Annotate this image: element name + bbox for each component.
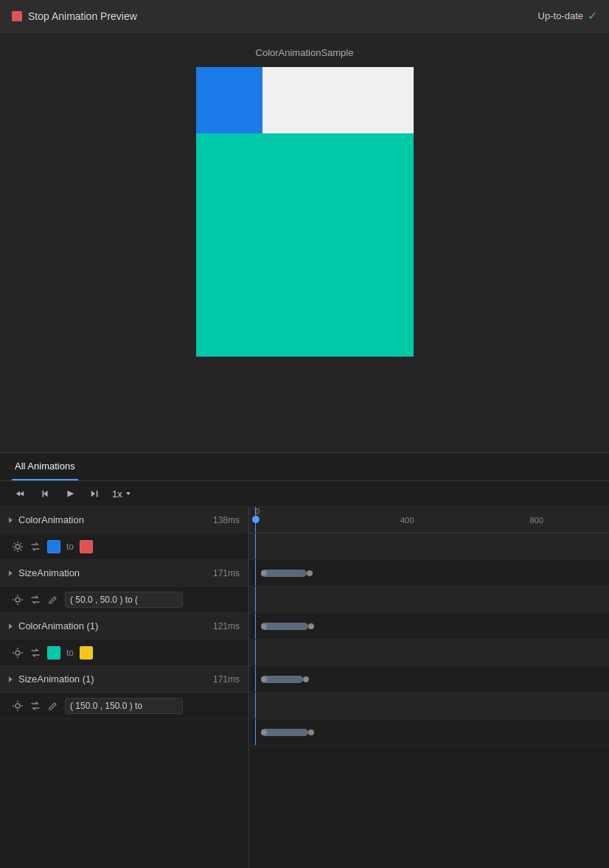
sun-icon-2: [12, 647, 24, 659]
track-color-animation-1: [249, 640, 609, 666]
anim-duration-color-animation: 138ms: [213, 515, 240, 525]
sun-icon-1: [12, 594, 24, 606]
speed-value: 1x: [112, 489, 122, 500]
tabs-row: All Animations: [0, 453, 609, 481]
svg-line-8: [14, 549, 15, 550]
track-playhead-1: [255, 587, 256, 612]
track-playhead-2: [255, 640, 256, 665]
chevron-down-icon: [125, 490, 132, 497]
anim-detail-size-animation-1: [0, 693, 248, 719]
track-detail-size-animation: [249, 613, 609, 640]
repeat-icon: [29, 541, 41, 553]
track-detail-size-animation-1: [249, 719, 609, 746]
rewind-icon: [15, 489, 25, 499]
header-title: Stop Animation Preview: [28, 10, 137, 22]
step-forward-icon: [90, 489, 100, 499]
step-back-button[interactable]: [37, 487, 53, 500]
anim-name-size-animation: SizeAnimation: [18, 567, 213, 578]
timeline-ruler: 0 400 800: [249, 507, 609, 533]
track-playhead-0: [255, 533, 256, 559]
tab-all-animations[interactable]: All Animations: [12, 453, 78, 480]
track-detail-color-animation: [249, 560, 609, 587]
track-dot-left-1: [261, 623, 267, 629]
anim-row-color-animation-1[interactable]: ColorAnimation (1) 121ms: [0, 613, 248, 640]
track-bar-2: [261, 676, 303, 683]
ruler-mark-400: 400: [400, 516, 414, 525]
svg-point-14: [15, 651, 20, 655]
track-dot-right-1: [308, 623, 314, 629]
from-color-swatch-2[interactable]: [47, 646, 60, 659]
track-bar-3: [261, 729, 308, 736]
track-size-animation: [249, 587, 609, 613]
svg-point-0: [15, 545, 20, 549]
size-input-0[interactable]: [65, 592, 183, 608]
to-color-swatch-2[interactable]: [80, 646, 93, 659]
chevron-right-icon-size: [9, 570, 13, 576]
play-icon: [65, 489, 75, 499]
track-dot-left-0: [261, 570, 267, 576]
timeline-right: 0 400 800: [249, 507, 609, 868]
svg-line-7: [21, 543, 22, 545]
pencil-icon-size-1: [47, 700, 59, 712]
up-to-date-label: Up-to-date: [538, 10, 583, 21]
anim-duration-size-animation: 171ms: [213, 568, 240, 578]
track-playhead-d3: [255, 719, 256, 745]
chevron-right-icon: [9, 517, 13, 523]
to-label-0: to: [66, 542, 74, 552]
track-playhead-3: [255, 693, 256, 718]
svg-point-9: [15, 598, 20, 602]
animation-canvas: [196, 67, 414, 357]
component-label: ColorAnimationSample: [256, 47, 354, 58]
anim-name-color-animation-1: ColorAnimation (1): [18, 620, 213, 631]
preview-area: ColorAnimationSample: [0, 32, 609, 452]
track-playhead-d1: [255, 613, 256, 639]
track-color-animation: [249, 533, 609, 560]
anim-detail-color-animation-1: to: [0, 640, 248, 666]
speed-selector[interactable]: 1x: [112, 489, 132, 500]
track-bar-0: [261, 570, 307, 577]
anim-duration-color-animation-1: 121ms: [213, 621, 240, 631]
track-dot-left-2: [261, 676, 267, 682]
repeat-icon-1: [29, 594, 41, 606]
to-label-2: to: [66, 648, 74, 658]
controls-row: 1x: [0, 481, 609, 507]
repeat-icon-2: [29, 647, 41, 659]
sun-icon: [12, 541, 24, 553]
track-dot-right-2: [303, 676, 309, 682]
anim-row-size-animation[interactable]: SizeAnimation 171ms: [0, 560, 248, 587]
up-to-date-icon: ✓: [588, 9, 597, 23]
track-dot-right-0: [307, 570, 313, 576]
svg-point-19: [15, 704, 20, 708]
ruler-mark-800: 800: [530, 516, 543, 525]
canvas-teal-rect: [196, 133, 414, 357]
header-left: Stop Animation Preview: [12, 10, 137, 22]
rewind-button[interactable]: [12, 487, 28, 500]
track-size-animation-1: [249, 693, 609, 719]
to-color-swatch-0[interactable]: [80, 540, 93, 553]
bottom-panel: All Animations 1x: [0, 453, 609, 868]
track-dot-right-3: [308, 729, 314, 735]
playhead-dot: [252, 516, 260, 523]
header: Stop Animation Preview Up-to-date ✓: [0, 0, 609, 32]
header-right: Up-to-date ✓: [538, 9, 597, 23]
step-back-icon: [40, 489, 50, 499]
track-playhead-d0: [255, 560, 256, 586]
anim-duration-size-animation-1: 171ms: [213, 674, 240, 685]
stop-animation-icon[interactable]: [12, 11, 22, 21]
track-detail-color-animation-1: [249, 666, 609, 693]
canvas-white-rect: [262, 67, 414, 133]
play-button[interactable]: [62, 487, 78, 500]
chevron-right-icon-ca1: [9, 623, 13, 629]
size-input-1[interactable]: [65, 698, 183, 714]
svg-line-5: [14, 543, 15, 545]
anim-detail-size-animation: [0, 587, 248, 613]
anim-row-size-animation-1[interactable]: SizeAnimation (1) 171ms: [0, 666, 248, 693]
anim-detail-color-animation: to: [0, 533, 248, 560]
from-color-swatch-0[interactable]: [47, 540, 60, 553]
canvas-blue-rect: [196, 67, 262, 133]
anim-row-color-animation[interactable]: ColorAnimation 138ms: [0, 507, 248, 533]
timeline-area: ColorAnimation 138ms: [0, 507, 609, 868]
step-forward-button[interactable]: [87, 487, 103, 500]
track-bar-1: [261, 623, 308, 630]
repeat-icon-3: [29, 700, 41, 712]
